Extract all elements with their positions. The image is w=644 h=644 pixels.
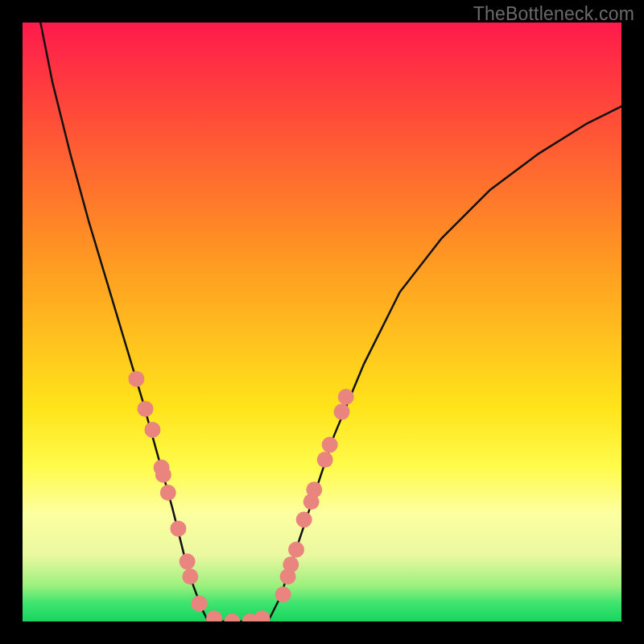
marker-point	[322, 437, 338, 453]
marker-point	[283, 556, 299, 572]
marker-point	[160, 485, 176, 501]
bottleneck-curve	[40, 23, 621, 621]
marker-point	[254, 610, 270, 621]
marker-point	[288, 542, 304, 558]
marker-point	[144, 422, 160, 438]
marker-group	[128, 371, 353, 621]
marker-point	[224, 613, 240, 621]
marker-point	[191, 596, 207, 612]
marker-point	[296, 512, 312, 528]
marker-point	[182, 568, 198, 584]
marker-point	[170, 521, 186, 537]
marker-point	[275, 587, 291, 603]
marker-point	[180, 554, 196, 570]
marker-point	[317, 452, 333, 468]
watermark-label: TheBottleneck.com	[473, 3, 634, 25]
marker-point	[206, 610, 222, 621]
marker-point	[138, 401, 154, 417]
marker-point	[334, 404, 350, 420]
chart-gradient-frame	[23, 23, 621, 621]
marker-point	[306, 481, 322, 497]
curve-group	[40, 23, 621, 621]
chart-outer-frame: TheBottleneck.com	[0, 0, 644, 644]
chart-svg	[23, 23, 621, 621]
marker-point	[338, 389, 354, 405]
marker-point	[154, 460, 170, 476]
marker-point	[128, 371, 144, 387]
